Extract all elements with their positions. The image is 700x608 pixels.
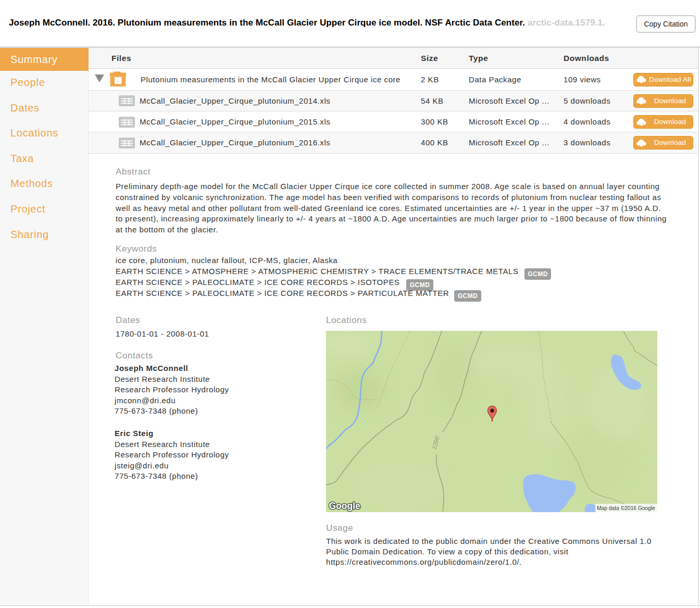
svg-text:Google: Google xyxy=(329,501,361,511)
svg-text:Map data ©2016 Google: Map data ©2016 Google xyxy=(597,505,655,511)
